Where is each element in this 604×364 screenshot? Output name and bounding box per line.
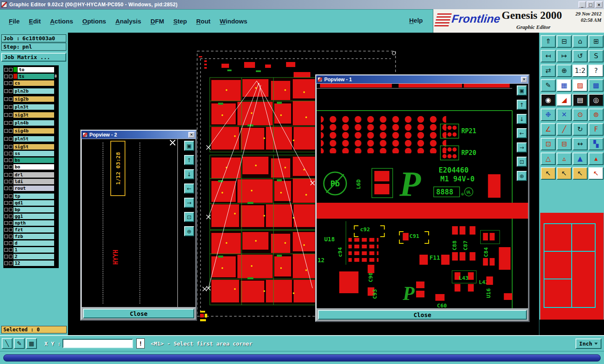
layer-row[interactable]: ts 8 (4, 73, 58, 79)
popview-tool-button[interactable]: ⊕ (517, 171, 527, 181)
layer-row[interactable]: rout (4, 185, 58, 191)
layer-context-checkbox[interactable] (9, 165, 13, 169)
popview-tool-button[interactable]: → (184, 198, 194, 208)
tool-button[interactable]: ◢ (557, 94, 572, 106)
popview-1-close-button[interactable]: Close (318, 310, 527, 320)
layer-context-checkbox[interactable] (9, 105, 13, 109)
layer-context-checkbox[interactable] (9, 208, 13, 212)
layer-context-checkbox[interactable] (9, 158, 13, 162)
layer-row[interactable]: pln4b (4, 120, 58, 126)
tool-button[interactable]: ⊚ (588, 108, 604, 121)
layer-row[interactable]: sig4b (4, 128, 58, 134)
maximize-button[interactable]: □ (587, 1, 594, 8)
popview-2-close-icon[interactable]: × (188, 132, 195, 138)
tool-button[interactable]: ↦ (557, 50, 572, 62)
popview-2-titlebar[interactable]: Popview - 2 × (81, 131, 196, 139)
tool-button[interactable]: ▚ (588, 138, 604, 150)
layer-row[interactable]: pln2b (4, 88, 58, 94)
layer-context-checkbox[interactable] (9, 201, 13, 205)
menu-item[interactable]: File (4, 16, 24, 26)
popview-tool-button[interactable]: ⊡ (517, 157, 527, 167)
close-button[interactable]: × (595, 1, 603, 8)
layer-row[interactable]: sig3t (4, 112, 58, 118)
layer-visibility-checkbox[interactable] (4, 137, 8, 141)
layer-visibility-checkbox[interactable] (4, 89, 8, 93)
layer-context-checkbox[interactable] (9, 186, 13, 190)
layer-context-checkbox[interactable] (9, 129, 13, 133)
tool-button[interactable]: ▤ (573, 94, 588, 106)
popview-tool-button[interactable]: ↑ (517, 100, 527, 110)
layer-row[interactable]: ldi (4, 178, 58, 184)
xy-input[interactable] (62, 339, 133, 348)
layer-context-checkbox[interactable] (9, 68, 13, 72)
tool-button[interactable]: ∠ (541, 123, 556, 136)
layer-visibility-checkbox[interactable] (4, 180, 8, 183)
layer-visibility-checkbox[interactable] (4, 145, 8, 149)
popview-tool-button[interactable]: ← (184, 183, 194, 194)
tool-button[interactable]: ⊞ (588, 35, 604, 48)
layer-visibility-checkbox[interactable] (4, 81, 8, 85)
layer-visibility-checkbox[interactable] (4, 173, 8, 177)
tool-button[interactable]: ⊙ (573, 108, 588, 121)
layer-visibility-checkbox[interactable] (4, 255, 8, 258)
tool-button[interactable]: ↔ (573, 138, 588, 150)
layer-visibility-checkbox[interactable] (4, 214, 8, 218)
layer-visibility-checkbox[interactable] (4, 235, 8, 238)
menu-item[interactable]: Edit (24, 16, 45, 26)
tool-button[interactable]: ▨ (573, 79, 588, 92)
tool-button[interactable]: ↖ (588, 167, 604, 180)
tool-button[interactable]: ⌂ (573, 35, 588, 48)
units-toggle[interactable]: Inch (575, 338, 601, 349)
layer-context-checkbox[interactable] (9, 81, 13, 85)
tool-button[interactable]: ⊡ (541, 138, 556, 150)
layer-context-checkbox[interactable] (9, 137, 13, 141)
tool-button[interactable]: ❉ (541, 108, 556, 121)
tool-button[interactable]: ⇑ (541, 35, 556, 48)
layer-context-checkbox[interactable] (9, 152, 13, 155)
tool-button[interactable]: ⊟ (557, 35, 572, 48)
layer-visibility-checkbox[interactable] (4, 241, 8, 245)
layer-context-checkbox[interactable] (9, 121, 13, 125)
popview-1-canvas[interactable]: RP21 RP20 Pb L6D P E204460 M1 9 (317, 84, 528, 308)
tool-button[interactable]: F (588, 123, 604, 136)
tool-button[interactable]: ▴ (588, 152, 604, 165)
tool-button[interactable]: ↖ (557, 167, 572, 180)
layer-row[interactable]: bs (4, 157, 58, 163)
layer-context-checkbox[interactable] (9, 194, 13, 198)
menu-item-help[interactable]: Help (409, 17, 423, 24)
layer-row[interactable]: 12 (4, 260, 58, 266)
popview-2-close-button[interactable]: Close (83, 309, 194, 318)
tool-button[interactable]: ↻ (573, 123, 588, 136)
popview-tool-button[interactable]: ↑ (184, 155, 194, 165)
tool-button[interactable]: ⊕ (557, 65, 572, 77)
layer-row[interactable]: npth (4, 220, 58, 226)
popview-tool-button[interactable]: ▣ (517, 85, 527, 96)
tool-button[interactable]: ▩ (588, 79, 604, 92)
layer-visibility-checkbox[interactable] (4, 208, 8, 212)
layer-context-checkbox[interactable] (9, 145, 13, 149)
tool-button[interactable]: ╱ (557, 123, 572, 136)
layer-row[interactable]: d (4, 240, 58, 246)
layer-visibility-checkbox[interactable] (4, 201, 8, 205)
layer-visibility-checkbox[interactable] (4, 75, 8, 78)
layer-row[interactable]: 1 (4, 247, 58, 253)
menu-item[interactable]: Windows (215, 16, 252, 26)
layer-visibility-checkbox[interactable] (4, 152, 8, 155)
layer-visibility-checkbox[interactable] (4, 261, 8, 265)
tool-button[interactable]: ↤ (541, 50, 556, 62)
popview-tool-button[interactable]: ↓ (184, 169, 194, 179)
layer-row[interactable]: cs (4, 80, 58, 86)
popview-tool-button[interactable]: ⊡ (184, 212, 194, 222)
layer-row[interactable]: drl (4, 172, 58, 178)
popview-2-canvas[interactable]: 1/12 03:28 HYYH ▣ ↑ ↓ ← → ⊡ ⊕ (82, 139, 195, 307)
tool-button[interactable]: ▦ (557, 79, 572, 92)
popview-1-titlebar[interactable]: Popview - 1 × (316, 75, 528, 83)
layer-context-checkbox[interactable] (9, 241, 13, 245)
layer-context-checkbox[interactable] (9, 221, 13, 225)
tool-button[interactable]: ◉ (541, 94, 556, 106)
layer-row[interactable]: gg1 (4, 213, 58, 219)
layer-context-checkbox[interactable] (9, 214, 13, 218)
layer-row[interactable]: fzt (4, 227, 58, 232)
layer-visibility-checkbox[interactable] (4, 221, 8, 225)
menu-item[interactable]: Actions (45, 16, 78, 26)
